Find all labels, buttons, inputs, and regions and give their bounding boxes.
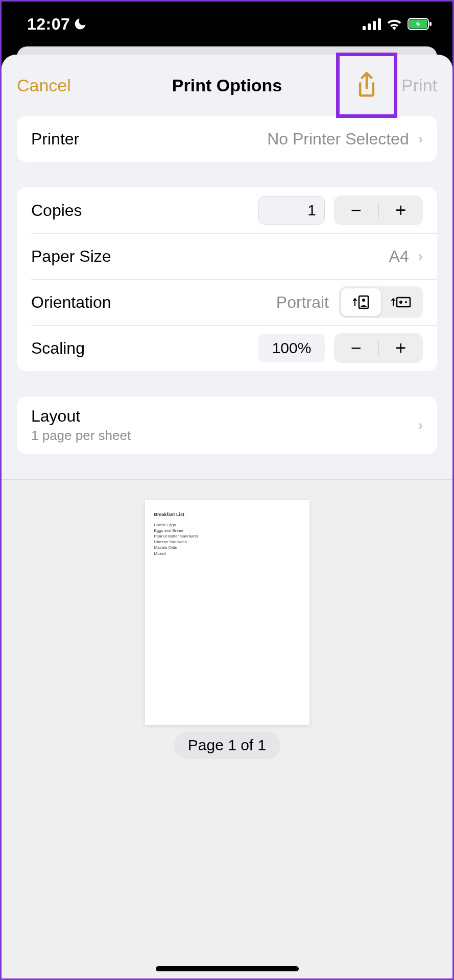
scaling-label: Scaling xyxy=(31,339,85,358)
orientation-segmented-control xyxy=(339,286,423,318)
copies-input[interactable]: 1 xyxy=(258,196,325,225)
portrait-orientation-icon xyxy=(352,295,370,310)
preview-line: Masala Oats xyxy=(154,545,300,550)
svg-point-8 xyxy=(362,299,365,302)
page-title: Print Options xyxy=(172,76,282,95)
status-bar: 12:07 xyxy=(2,2,452,46)
print-button[interactable]: Print xyxy=(401,76,437,95)
preview-doc-title: Breakfast List xyxy=(154,511,300,518)
share-icon xyxy=(355,71,378,100)
printer-value: No Printer Selected xyxy=(267,130,409,149)
layout-row[interactable]: Layout 1 page per sheet › xyxy=(17,397,437,454)
preview-line: Boiled Eggs xyxy=(154,522,300,528)
chevron-right-icon: › xyxy=(418,417,423,433)
svg-rect-3 xyxy=(378,18,381,30)
copies-stepper: − + xyxy=(334,195,423,225)
home-indicator[interactable] xyxy=(156,966,299,971)
scaling-row: Scaling 100% − + xyxy=(17,325,437,371)
copies-increment-button[interactable]: + xyxy=(379,195,423,225)
layout-group: Layout 1 page per sheet › xyxy=(17,397,437,454)
scaling-stepper: − + xyxy=(334,333,423,363)
preview-line: Eggs and Bread xyxy=(154,528,300,533)
printer-group: Printer No Printer Selected › xyxy=(17,116,437,162)
print-options-sheet: Cancel Print Options Print Printer No Pr… xyxy=(2,55,452,978)
printer-row[interactable]: Printer No Printer Selected › xyxy=(17,116,437,162)
orientation-portrait-button[interactable] xyxy=(341,288,381,316)
paper-size-label: Paper Size xyxy=(31,247,111,266)
preview-page[interactable]: Breakfast List Boiled Eggs Eggs and Brea… xyxy=(145,500,309,725)
copies-label: Copies xyxy=(31,201,82,220)
preview-line: Peanut Butter Sandwich xyxy=(154,533,300,539)
preview-line: Cheese Sandwich xyxy=(154,539,300,545)
copies-row: Copies 1 − + xyxy=(17,187,437,233)
print-settings-group: Copies 1 − + Paper Size A4 › Orientation… xyxy=(17,187,437,371)
nav-bar: Cancel Print Options Print xyxy=(2,55,452,116)
svg-rect-1 xyxy=(368,23,371,30)
page-indicator: Page 1 of 1 xyxy=(174,731,280,759)
paper-size-row[interactable]: Paper Size A4 › xyxy=(17,233,437,279)
svg-rect-2 xyxy=(373,21,376,30)
landscape-orientation-icon xyxy=(391,296,411,309)
svg-point-10 xyxy=(399,301,402,304)
status-time-group: 12:07 xyxy=(27,15,87,34)
orientation-value: Portrait xyxy=(276,293,329,312)
battery-charging-icon xyxy=(408,18,432,30)
dnd-moon-icon xyxy=(73,17,87,31)
layout-sublabel: 1 page per sheet xyxy=(31,428,423,444)
svg-point-11 xyxy=(405,301,407,303)
scaling-input[interactable]: 100% xyxy=(258,334,325,362)
svg-rect-6 xyxy=(429,22,432,26)
printer-label: Printer xyxy=(31,130,79,149)
print-preview-area: Breakfast List Boiled Eggs Eggs and Brea… xyxy=(2,479,452,978)
status-time: 12:07 xyxy=(27,15,70,34)
cellular-signal-icon xyxy=(363,18,381,30)
chevron-right-icon: › xyxy=(418,131,423,147)
wifi-icon xyxy=(386,18,402,30)
cancel-button[interactable]: Cancel xyxy=(17,76,71,95)
status-right xyxy=(363,18,432,30)
svg-rect-0 xyxy=(363,26,366,30)
chevron-right-icon: › xyxy=(418,248,423,264)
orientation-landscape-button[interactable] xyxy=(381,288,421,316)
orientation-label: Orientation xyxy=(31,293,111,312)
svg-rect-9 xyxy=(397,298,410,307)
scaling-decrement-button[interactable]: − xyxy=(334,333,378,363)
copies-decrement-button[interactable]: − xyxy=(334,195,378,225)
paper-size-value: A4 xyxy=(389,247,409,266)
orientation-row: Orientation Portrait xyxy=(17,279,437,325)
scaling-increment-button[interactable]: + xyxy=(379,333,423,363)
layout-label: Layout xyxy=(31,407,423,426)
preview-line: Muesli xyxy=(154,551,300,556)
share-button-highlight[interactable] xyxy=(336,53,397,118)
